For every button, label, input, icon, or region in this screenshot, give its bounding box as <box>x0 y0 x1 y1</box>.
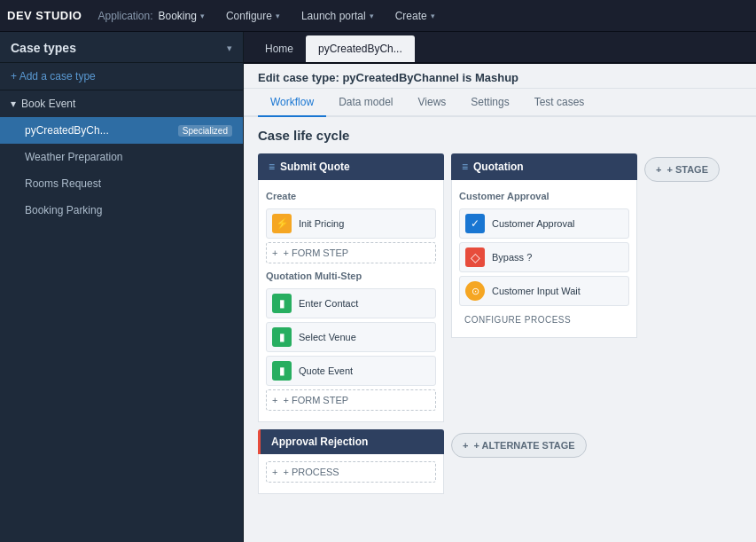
sidebar-title: Case types <box>11 41 76 55</box>
step-enter-contact[interactable]: ▮ Enter Contact <box>266 288 436 318</box>
add-process-label: + PROCESS <box>283 467 339 477</box>
diamond-icon: ◇ <box>465 247 485 267</box>
sidebar-item-label: pyCreatedByCh... <box>25 124 109 137</box>
stage-body-submit-quote: Create ⚡ Init Pricing + + FORM STEP Quot… <box>258 180 444 422</box>
configure-label: Configure <box>226 10 272 22</box>
configure-process-button[interactable]: CONFIGURE PROCESS <box>459 310 629 330</box>
process-label-quotation-multi: Quotation Multi-Step <box>266 267 436 285</box>
chevron-down-icon: ▾ <box>370 12 374 20</box>
step-label: Enter Contact <box>299 298 358 309</box>
sidebar-item-booking-parking[interactable]: Booking Parking <box>0 197 243 224</box>
group-arrow-icon: ▾ <box>11 98 16 110</box>
check-icon: ✓ <box>465 214 485 233</box>
brand-logo: DEV STUDIO <box>7 9 82 22</box>
stages-row: ≡ Submit Quote Create ⚡ Init Pricing + +… <box>258 153 742 422</box>
step-init-pricing[interactable]: ⚡ Init Pricing <box>266 208 436 239</box>
step-label: Customer Input Wait <box>492 286 581 296</box>
sidebar-item-label: Rooms Request <box>25 177 101 190</box>
step-customer-approval[interactable]: ✓ Customer Approval <box>459 208 629 239</box>
lifecycle-title: Case life cycle <box>258 128 742 143</box>
tab-test-cases-label: Test cases <box>534 96 585 108</box>
add-form-step-1[interactable]: + + FORM STEP <box>266 242 436 263</box>
step-label: Customer Approval <box>492 218 575 229</box>
edit-header: Edit case type: pyCreatedByChannel is Ma… <box>244 64 756 89</box>
main-layout: Case types ▾ + Add a case type ▾ Book Ev… <box>0 32 756 542</box>
tab-pycreatedbych[interactable]: pyCreatedByCh... <box>306 35 415 62</box>
tab-settings[interactable]: Settings <box>458 89 521 117</box>
sidebar: Case types ▾ + Add a case type ▾ Book Ev… <box>0 32 244 542</box>
chevron-down-icon: ▾ <box>431 12 435 20</box>
plus-icon: + <box>272 247 277 258</box>
tab-views-label: Views <box>418 96 447 108</box>
tab-workflow-label: Workflow <box>270 96 314 108</box>
tab-settings-label: Settings <box>471 96 509 108</box>
edit-case-name: pyCreatedByChannel is Mashup <box>342 71 518 84</box>
tab-data-model-label: Data model <box>339 96 393 108</box>
form-icon: ▮ <box>272 327 292 347</box>
step-label: Quote Event <box>299 365 353 376</box>
launch-portal-label: Launch portal <box>301 10 366 22</box>
alt-stage-body: + + PROCESS <box>258 454 444 494</box>
alt-stage-header: Approval Rejection <box>258 429 444 454</box>
sidebar-group-book-event[interactable]: ▾ Book Event <box>0 90 243 117</box>
stage-header-submit-quote: ≡ Submit Quote <box>258 153 444 180</box>
app-name: Booking <box>159 10 197 22</box>
configure-dropdown[interactable]: Configure ▾ <box>217 6 289 26</box>
plus-icon: + <box>656 164 661 175</box>
top-nav: DEV STUDIO Application: Booking ▾ Config… <box>0 0 756 32</box>
lifecycle-area: Case life cycle ≡ Submit Quote Create ⚡ … <box>244 117 756 542</box>
group-label: Book Event <box>21 98 75 110</box>
add-process-button[interactable]: + + PROCESS <box>266 461 436 483</box>
alt-stage-name: Approval Rejection <box>271 436 368 448</box>
step-customer-input-wait[interactable]: ⊙ Customer Input Wait <box>459 276 629 306</box>
app-dropdown[interactable]: Application: Booking ▾ <box>89 6 213 26</box>
lightning-icon: ⚡ <box>272 214 292 233</box>
sidebar-item-label: Weather Preparation <box>25 151 123 163</box>
sub-tabs: Workflow Data model Views Settings Test … <box>244 89 756 117</box>
chevron-down-icon: ▾ <box>227 43 232 54</box>
stage-submit-quote: ≡ Submit Quote Create ⚡ Init Pricing + +… <box>258 153 444 422</box>
specialized-badge: Specialized <box>178 125 232 137</box>
chevron-down-icon: ▾ <box>276 12 280 20</box>
launch-portal-dropdown[interactable]: Launch portal ▾ <box>292 6 383 26</box>
app-label: Application: <box>97 10 152 22</box>
step-label: Init Pricing <box>299 218 344 229</box>
stage-icon: ≡ <box>462 161 468 173</box>
sidebar-item-weather-preparation[interactable]: Weather Preparation <box>0 144 243 170</box>
sidebar-item-rooms-request[interactable]: Rooms Request <box>0 170 243 197</box>
add-form-step-2[interactable]: + + FORM STEP <box>266 389 436 411</box>
tab-home[interactable]: Home <box>253 35 306 62</box>
sidebar-item-label: Booking Parking <box>25 204 102 216</box>
process-label-customer-approval: Customer Approval <box>459 187 629 205</box>
tab-workflow[interactable]: Workflow <box>258 89 326 117</box>
process-label-create: Create <box>266 187 436 205</box>
stage-quotation: ≡ Quotation Customer Approval ✓ Customer… <box>451 153 637 338</box>
create-dropdown[interactable]: Create ▾ <box>386 6 444 26</box>
add-alt-stage-label: + ALTERNATE STAGE <box>473 440 574 451</box>
tab-test-cases[interactable]: Test cases <box>522 89 597 117</box>
content-area: Home pyCreatedByCh... Edit case type: py… <box>244 32 756 542</box>
form-icon: ▮ <box>272 294 292 313</box>
stage-name: Quotation <box>473 161 524 173</box>
stage-body-quotation: Customer Approval ✓ Customer Approval ◇ … <box>451 180 637 338</box>
add-stage-button[interactable]: + + STAGE <box>644 157 720 182</box>
stage-icon: ≡ <box>269 161 275 173</box>
tab-bar-top: Home pyCreatedByCh... <box>244 32 756 64</box>
step-select-venue[interactable]: ▮ Select Venue <box>266 322 436 352</box>
edit-label: Edit case type: <box>258 71 339 84</box>
sidebar-header: Case types ▾ <box>0 32 243 63</box>
alt-stage-row: Approval Rejection + + PROCESS + + ALTER… <box>258 429 742 494</box>
add-case-type-button[interactable]: + Add a case type <box>0 63 243 90</box>
alt-stage-approval-rejection: Approval Rejection + + PROCESS <box>258 429 444 494</box>
step-label: Bypass ? <box>492 252 532 263</box>
step-quote-event[interactable]: ▮ Quote Event <box>266 356 436 386</box>
plus-icon: + <box>272 395 277 405</box>
sidebar-item-pycreatedbych[interactable]: pyCreatedByCh... Specialized <box>0 117 243 144</box>
tab-views[interactable]: Views <box>406 89 459 117</box>
tab-data-model[interactable]: Data model <box>326 89 405 117</box>
add-step-label: + FORM STEP <box>283 247 348 258</box>
step-bypass[interactable]: ◇ Bypass ? <box>459 242 629 272</box>
plus-icon: + <box>463 440 468 451</box>
add-step-label: + FORM STEP <box>283 395 348 405</box>
add-alternate-stage-button[interactable]: + + ALTERNATE STAGE <box>451 433 587 458</box>
